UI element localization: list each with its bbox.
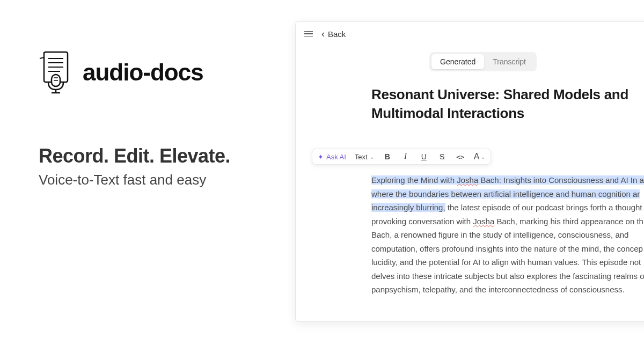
tagline-sub: Voice-to-Text fast and easy bbox=[39, 172, 275, 188]
spellcheck-word: Josha bbox=[457, 175, 478, 185]
app-window: ‹ Back Generated Transcript Resonant Uni… bbox=[295, 21, 644, 322]
chevron-down-icon: ⌄ bbox=[481, 154, 485, 160]
selection: Exploring the Mind with Josha Bach: Insi… bbox=[371, 175, 644, 185]
titlebar: ‹ Back bbox=[296, 22, 644, 46]
format-toolbar: ✦ Ask AI Text ⌄ B I U S <> A ⌄ bbox=[312, 149, 491, 165]
logo-icon bbox=[39, 51, 73, 94]
back-label: Back bbox=[328, 30, 346, 39]
selection: where the boundaries between artificial … bbox=[371, 189, 640, 199]
menu-icon[interactable] bbox=[304, 31, 313, 37]
doc-title: Resonant Universe: Shared Models and Mul… bbox=[296, 75, 644, 123]
italic-button[interactable]: I bbox=[401, 152, 411, 161]
logo-row: audio-docs bbox=[39, 51, 275, 94]
marketing-panel: audio-docs Record. Edit. Elevate. Voice-… bbox=[39, 51, 275, 188]
tagline-heading: Record. Edit. Elevate. bbox=[39, 145, 275, 167]
color-label: A bbox=[474, 152, 480, 161]
tabs-row: Generated Transcript bbox=[296, 46, 644, 75]
tab-transcript[interactable]: Transcript bbox=[484, 54, 535, 69]
strike-button[interactable]: S bbox=[437, 152, 447, 161]
text-color-button[interactable]: A ⌄ bbox=[474, 152, 486, 161]
ask-ai-button[interactable]: ✦ Ask AI bbox=[318, 153, 346, 161]
spellcheck-word: Josha bbox=[473, 217, 494, 226]
chevron-left-icon: ‹ bbox=[321, 29, 325, 39]
text-style-label: Text bbox=[355, 153, 368, 161]
text-style-dropdown[interactable]: Text ⌄ bbox=[355, 153, 374, 161]
tab-group: Generated Transcript bbox=[429, 52, 537, 71]
back-button[interactable]: ‹ Back bbox=[321, 29, 346, 39]
sparkle-icon: ✦ bbox=[318, 153, 324, 161]
underline-button[interactable]: U bbox=[419, 152, 429, 161]
document-body[interactable]: Exploring the Mind with Josha Bach: Insi… bbox=[296, 165, 644, 297]
brand-name: audio-docs bbox=[83, 59, 203, 86]
selection: increasingly blurring, bbox=[371, 203, 445, 212]
ask-ai-label: Ask AI bbox=[326, 153, 346, 161]
code-button[interactable]: <> bbox=[456, 153, 465, 161]
chevron-down-icon: ⌄ bbox=[370, 154, 374, 160]
bold-button[interactable]: B bbox=[383, 152, 392, 161]
tab-generated[interactable]: Generated bbox=[431, 54, 484, 69]
